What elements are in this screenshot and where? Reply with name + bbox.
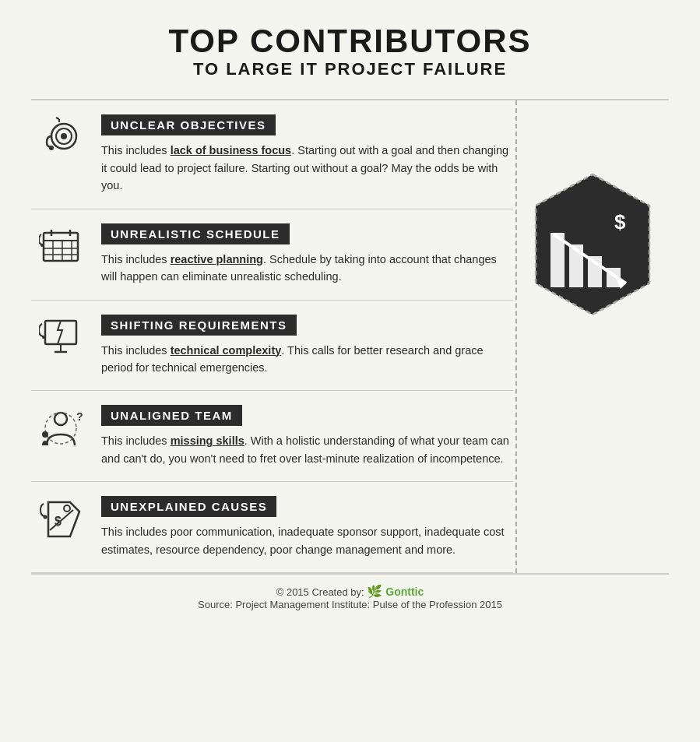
- left-items: UNCLEAR OBJECTIVES This includes lack of…: [31, 100, 513, 573]
- icon-area-team: ?: [31, 405, 101, 452]
- svg-point-3: [49, 146, 54, 150]
- svg-line-27: [50, 510, 73, 530]
- header-team: UNALIGNED TEAM: [101, 405, 242, 426]
- svg-point-2: [61, 133, 67, 139]
- icon-area-causes: $: [31, 496, 101, 543]
- tag-icon: $: [39, 496, 86, 543]
- footer: © 2015 Created by: 🌿 Gonttic Source: Pro…: [31, 573, 669, 617]
- text-area-causes: UNEXPLAINED CAUSES This includes poor co…: [101, 496, 513, 558]
- text-area-requirements: SHIFTING REQUIREMENTS This includes tech…: [101, 315, 513, 377]
- calendar-icon: [39, 223, 86, 270]
- svg-point-15: [40, 244, 44, 247]
- svg-line-5: [56, 118, 59, 119]
- svg-text:?: ?: [76, 410, 83, 423]
- icon-area-schedule: [31, 223, 101, 270]
- item-shifting-requirements: SHIFTING REQUIREMENTS This includes tech…: [31, 301, 513, 392]
- content-area: UNCLEAR OBJECTIVES This includes lack of…: [31, 100, 669, 573]
- brand-area: 🌿 Gonttic: [367, 584, 424, 599]
- item-unaligned-team: ? UNALIGNED TEAM This includes missing s…: [31, 391, 513, 482]
- svg-text:$: $: [614, 210, 626, 234]
- body-schedule: This includes reactive planning. Schedul…: [101, 251, 513, 286]
- hex-svg: $: [529, 171, 657, 318]
- svg-point-23: [42, 431, 48, 438]
- svg-point-26: [44, 515, 47, 519]
- item-unexplained-causes: $ UNEXPLAINED CAUSES This includes poor …: [31, 482, 513, 573]
- svg-point-24: [64, 505, 70, 512]
- header-requirements: SHIFTING REQUIREMENTS: [101, 315, 297, 336]
- main-title: TOP CONTRIBUTORS: [31, 23, 669, 59]
- body-objectives: This includes lack of business focus. St…: [101, 142, 513, 194]
- target-icon: [39, 114, 86, 161]
- page-wrapper: TOP CONTRIBUTORS TO LARGE IT PROJECT FAI…: [0, 0, 700, 632]
- sub-title: TO LARGE IT PROJECT FAILURE: [31, 59, 669, 79]
- body-team: This includes missing skills. With a hol…: [101, 432, 513, 467]
- body-requirements: This includes technical complexity. This…: [101, 342, 513, 377]
- right-hex-area: $: [513, 100, 669, 573]
- brand-name: Gonttic: [385, 586, 424, 598]
- copyright-text: © 2015 Created by:: [276, 586, 364, 598]
- item-unrealistic-schedule: UNREALISTIC SCHEDULE This includes react…: [31, 209, 513, 301]
- text-area-schedule: UNREALISTIC SCHEDULE This includes react…: [101, 223, 513, 286]
- svg-point-20: [55, 413, 67, 425]
- dashed-line: [515, 100, 517, 573]
- header-objectives: UNCLEAR OBJECTIVES: [101, 114, 276, 135]
- text-area-team: UNALIGNED TEAM This includes missing ski…: [101, 405, 513, 467]
- icon-area-requirements: [31, 315, 101, 361]
- text-area-objectives: UNCLEAR OBJECTIVES This includes lack of…: [101, 114, 513, 194]
- svg-rect-6: [44, 233, 78, 261]
- icon-area-objectives: [31, 114, 101, 161]
- footer-source: Source: Project Management Institute: Pu…: [31, 599, 669, 610]
- team-icon: ?: [39, 405, 86, 452]
- svg-point-21: [45, 413, 76, 444]
- header-causes: UNEXPLAINED CAUSES: [101, 496, 276, 517]
- footer-copyright: © 2015 Created by: 🌿 Gonttic: [31, 584, 669, 599]
- svg-point-19: [42, 336, 45, 339]
- hexagon-chart: $: [529, 171, 653, 311]
- body-causes: This includes poor communication, inadeq…: [101, 523, 513, 558]
- monitor-icon: [39, 315, 86, 361]
- item-unclear-objectives: UNCLEAR OBJECTIVES This includes lack of…: [31, 100, 513, 209]
- leaf-icon: 🌿: [367, 584, 382, 599]
- header-schedule: UNREALISTIC SCHEDULE: [101, 223, 290, 244]
